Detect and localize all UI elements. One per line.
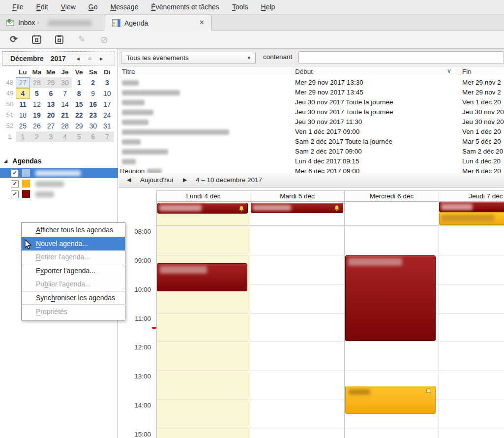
minical-day[interactable]: 18 bbox=[16, 110, 30, 121]
menu-edit[interactable]: Edit bbox=[30, 0, 55, 14]
minical-day[interactable]: 3 bbox=[44, 131, 58, 142]
day-header-monday[interactable]: Lundi 4 déc bbox=[156, 190, 250, 202]
menu-item-export-calendar[interactable]: Exporter l'agenda... bbox=[22, 264, 125, 278]
minical-day[interactable]: 31 bbox=[100, 121, 115, 131]
minical-day[interactable]: 22 bbox=[72, 110, 86, 121]
agenda-checkbox[interactable]: ✓ bbox=[11, 180, 19, 188]
allday-event-tuesday[interactable] bbox=[251, 203, 343, 213]
minical-day[interactable]: 25 bbox=[16, 121, 30, 131]
event-row[interactable]: RéunionMer 6 déc 2017 09:00Mer 6 déc 20 bbox=[119, 166, 504, 173]
agenda-item-selected[interactable]: ✓ bbox=[0, 168, 118, 178]
minical-day[interactable]: 15 bbox=[72, 99, 86, 110]
minical-day[interactable]: 21 bbox=[58, 110, 72, 121]
minical-day[interactable]: 13 bbox=[44, 99, 58, 110]
tab-agenda[interactable]: Agenda ✕ bbox=[105, 15, 212, 31]
previous-week-button[interactable]: ◀ bbox=[127, 177, 131, 183]
menu-item-synchronize-calendars[interactable]: Synchroniser les agendas bbox=[22, 291, 125, 305]
event-row[interactable]: Jeu 30 nov 2017 Toute la journéeVen 1 dé… bbox=[119, 97, 504, 107]
agenda-checkbox[interactable]: ✓ bbox=[11, 190, 19, 198]
minical-day[interactable]: 1 bbox=[16, 131, 30, 142]
minical-day[interactable]: 11 bbox=[16, 99, 30, 110]
column-header-titre[interactable]: Titre bbox=[122, 68, 135, 75]
minical-day[interactable]: 29 bbox=[72, 121, 86, 131]
agendas-section-header[interactable]: ◢ Agendas bbox=[4, 157, 41, 165]
new-event-button[interactable] bbox=[31, 34, 41, 44]
minical-day[interactable]: 16 bbox=[86, 99, 100, 110]
new-task-button[interactable] bbox=[54, 34, 64, 44]
day-header-thursday[interactable]: Jeudi 7 déc bbox=[439, 190, 504, 202]
minical-prev-button[interactable]: ◂ bbox=[77, 55, 80, 62]
synchronize-button[interactable]: ⟳ bbox=[9, 34, 19, 44]
menu-item-show-all-calendars[interactable]: Afficher tous les agendas bbox=[22, 223, 125, 237]
next-week-button[interactable]: ▶ bbox=[183, 177, 187, 183]
event-row[interactable]: Lun 4 déc 2017 09:15Lun 4 déc 20 bbox=[119, 156, 504, 166]
event-row[interactable]: Mer 29 nov 2017 13:30Mer 29 nov 2 bbox=[119, 78, 504, 88]
menu-view[interactable]: View bbox=[55, 0, 82, 14]
minical-day[interactable]: 4 bbox=[58, 131, 72, 142]
minical-day[interactable]: 14 bbox=[58, 99, 72, 110]
minical-day[interactable]: 27 bbox=[16, 77, 30, 88]
minical-day[interactable]: 9 bbox=[86, 88, 100, 99]
agenda-item[interactable]: ✓ bbox=[0, 179, 118, 189]
minical-day[interactable]: 5 bbox=[30, 88, 44, 99]
column-header-debut[interactable]: Début bbox=[295, 68, 313, 75]
minical-day[interactable]: 8 bbox=[72, 88, 86, 99]
minical-day[interactable]: 7 bbox=[100, 131, 115, 142]
close-tab-icon[interactable]: ✕ bbox=[199, 19, 205, 26]
minical-day[interactable]: 20 bbox=[44, 110, 58, 121]
event-filter-dropdown[interactable]: Tous les évènements ▾ bbox=[121, 52, 256, 64]
minical-day[interactable]: 30 bbox=[58, 77, 72, 88]
menu-file[interactable]: File bbox=[6, 0, 30, 14]
minical-today-button[interactable]: ○ bbox=[88, 55, 91, 62]
event-row[interactable]: Sam 2 déc 2017 09:00Sam 2 déc 20 bbox=[119, 147, 504, 156]
minical-day[interactable]: 17 bbox=[100, 99, 115, 110]
minical-day[interactable]: 28 bbox=[58, 121, 72, 131]
menu-help[interactable]: Help bbox=[255, 0, 282, 14]
timed-event-monday-0915[interactable] bbox=[157, 263, 247, 291]
event-row[interactable]: Sam 2 déc 2017 Toute la journéeMar 5 déc… bbox=[119, 137, 504, 147]
minical-day[interactable]: 1 bbox=[72, 77, 86, 88]
agenda-item[interactable]: ✓ bbox=[0, 189, 118, 199]
edit-event-button[interactable]: ✎ bbox=[77, 34, 87, 44]
minical-day[interactable]: 12 bbox=[30, 99, 44, 110]
expander-icon[interactable]: ◢ bbox=[4, 158, 7, 163]
day-header-wednesday[interactable]: Mercredi 6 déc bbox=[344, 190, 439, 202]
minical-day[interactable]: 3 bbox=[100, 77, 115, 88]
minical-day-selected[interactable]: 4 bbox=[16, 88, 30, 99]
allday-event-thursday[interactable] bbox=[439, 202, 504, 212]
minical-day[interactable]: 7 bbox=[58, 88, 72, 99]
minical-next-button[interactable]: ▸ bbox=[100, 55, 103, 62]
event-row[interactable]: Jeu 30 nov 2017 Toute la journéeJeu 30 n… bbox=[119, 107, 504, 117]
minical-day[interactable]: 19 bbox=[30, 110, 44, 121]
minical-day[interactable]: 29 bbox=[44, 77, 58, 88]
minical-day[interactable]: 30 bbox=[86, 121, 100, 131]
minical-day[interactable]: 28 bbox=[30, 77, 44, 88]
minical-day[interactable]: 2 bbox=[30, 131, 44, 142]
timed-event-wednesday-1330[interactable] bbox=[345, 386, 436, 414]
menu-tools[interactable]: Tools bbox=[226, 0, 255, 14]
allday-event-monday[interactable] bbox=[157, 203, 248, 214]
menu-go[interactable]: Go bbox=[82, 0, 104, 14]
menu-events-tasks[interactable]: Évènements et tâches bbox=[145, 0, 226, 14]
menu-message[interactable]: Message bbox=[104, 0, 145, 14]
allday-event-thursday-2[interactable] bbox=[439, 212, 504, 225]
event-row[interactable]: Mer 29 nov 2017 13:45Mer 29 nov 2 bbox=[119, 88, 504, 97]
minical-day[interactable]: 24 bbox=[100, 110, 115, 121]
minical-day[interactable]: 26 bbox=[30, 121, 44, 131]
day-header-tuesday[interactable]: Mardi 5 déc bbox=[250, 190, 345, 202]
minical-day[interactable]: 27 bbox=[44, 121, 58, 131]
minical-day[interactable]: 23 bbox=[86, 110, 100, 121]
minical-day[interactable]: 6 bbox=[44, 88, 58, 99]
minical-day[interactable]: 2 bbox=[86, 77, 100, 88]
search-input[interactable] bbox=[298, 51, 504, 64]
event-row[interactable]: Ven 1 déc 2017 09:00Ven 1 déc 20 bbox=[119, 127, 504, 137]
agenda-checkbox[interactable]: ✓ bbox=[11, 169, 19, 177]
minical-day[interactable]: 5 bbox=[72, 131, 86, 142]
delete-event-button[interactable]: ⊘ bbox=[99, 34, 109, 44]
minical-day[interactable]: 6 bbox=[86, 131, 100, 142]
menu-item-new-calendar[interactable]: Nouvel agenda... bbox=[22, 237, 125, 250]
column-header-fin[interactable]: Fin bbox=[462, 68, 472, 75]
minical-day[interactable]: 10 bbox=[100, 88, 115, 99]
tab-inbox[interactable]: Inbox - bbox=[0, 15, 105, 30]
timed-event-wednesday-0900[interactable] bbox=[345, 255, 436, 341]
